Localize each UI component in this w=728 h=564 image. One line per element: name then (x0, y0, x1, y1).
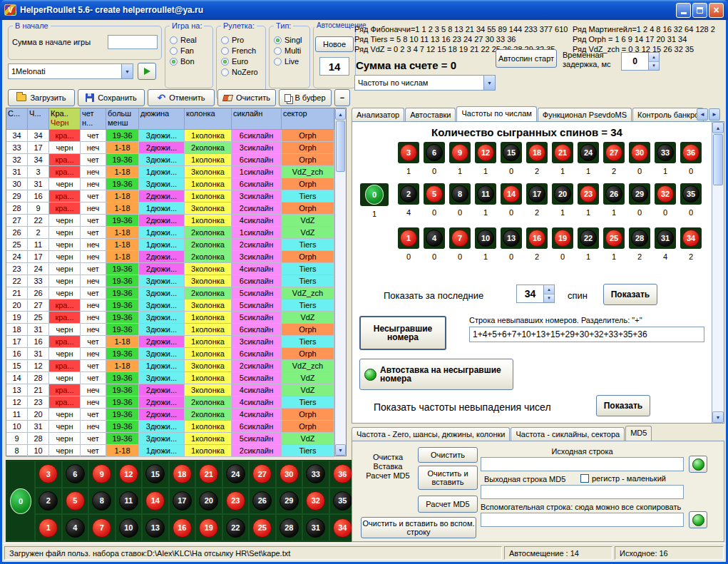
history-row[interactable]: 1223кра...неч19-362дюжи...2колонка4сикла… (6, 396, 334, 409)
freq-number-cell-23[interactable]: 23 (578, 183, 599, 205)
titlebar[interactable]: V HelperRoullet 5.6- create helperroulle… (0, 0, 728, 20)
history-row[interactable]: 2722чернчет19-362дюжи...1колонка4сиклайн… (6, 215, 334, 227)
board-cell-24[interactable]: 24 (222, 461, 250, 488)
tab-Анализатор[interactable]: Анализатор (352, 108, 404, 121)
freq-number-cell-36[interactable]: 36 (680, 142, 702, 163)
history-row[interactable]: 3234кра...чет19-363дюжи...1колонка6сикла… (6, 154, 334, 166)
board-cell-30[interactable]: 30 (276, 461, 303, 488)
freq-number-cell-28[interactable]: 28 (629, 227, 650, 249)
radio-option-NoZero[interactable]: NoZero (221, 68, 262, 76)
history-row[interactable]: 2511черннеч1-181дюжи...2колонка2сиклайнT… (6, 239, 334, 251)
board-cell-4[interactable]: 4 (62, 514, 89, 541)
freq-panel-scrollbar[interactable]: ▲ ▼ (712, 122, 724, 423)
history-row[interactable]: 313кра...неч1-181дюжи...3колонка1сиклайн… (6, 166, 334, 178)
board-cell-21[interactable]: 21 (195, 461, 222, 488)
miss-freq-show-button[interactable]: Показать (596, 395, 650, 416)
board-cell-14[interactable]: 14 (142, 488, 169, 515)
board-cell-27[interactable]: 27 (249, 461, 276, 488)
scroll-down-icon[interactable]: ▼ (712, 411, 724, 423)
save-button[interactable]: Сохранить (78, 89, 145, 106)
freq-number-cell-21[interactable]: 21 (552, 142, 573, 163)
history-row[interactable]: 1321кра...неч19-362дюжи...3колонка4сикла… (6, 384, 334, 396)
history-row[interactable]: 3434кра...чет19-363дюжи...1колонка6сикла… (6, 130, 334, 142)
freq-number-cell-20[interactable]: 20 (552, 183, 573, 205)
board-cell-5[interactable]: 5 (62, 488, 89, 515)
show-last-spinner[interactable]: 34 ▲▼ (516, 284, 555, 303)
history-row[interactable]: 2417черннеч1-182дюжи...2колонка3сиклайнO… (6, 251, 334, 263)
mode-combo[interactable]: Частоты по числам ▼ (354, 75, 496, 91)
radio-option-Real[interactable]: Real (170, 36, 210, 44)
radio-option-Live[interactable]: Live (274, 57, 307, 66)
tab-Автоставки[interactable]: Автоставки (405, 108, 456, 121)
maximize-button[interactable] (692, 3, 707, 18)
board-cell-18[interactable]: 18 (169, 461, 196, 488)
board-cell-7[interactable]: 7 (88, 514, 116, 541)
checkbox-icon[interactable] (580, 474, 589, 483)
board-cell-22[interactable]: 22 (222, 514, 250, 541)
history-row[interactable]: 1031черннеч19-363дюжи...1колонка6сиклайн… (6, 421, 334, 433)
freq-number-cell-6[interactable]: 6 (424, 142, 445, 163)
chevron-down-icon[interactable]: ▼ (483, 76, 495, 90)
board-cell-6[interactable]: 6 (62, 461, 89, 488)
freq-number-cell-18[interactable]: 18 (526, 142, 548, 163)
register-checkbox-row[interactable]: регистр - маленький (580, 474, 666, 483)
history-row[interactable]: 2916кра...чет1-182дюжи...1колонка3сиклай… (6, 190, 334, 202)
freq-number-cell-19[interactable]: 19 (552, 227, 573, 249)
freq-number-cell-3[interactable]: 3 (398, 142, 419, 163)
board-cell-28[interactable]: 28 (276, 514, 303, 541)
history-row[interactable]: 3317черннеч1-182дюжи...2колонка3сиклайнO… (6, 142, 334, 154)
freq-number-cell-33[interactable]: 33 (655, 142, 676, 163)
freq-number-cell-14[interactable]: 14 (501, 183, 522, 205)
freq-number-cell-4[interactable]: 4 (424, 227, 445, 249)
freq-number-cell-26[interactable]: 26 (603, 183, 625, 205)
freq-number-cell-7[interactable]: 7 (449, 227, 471, 249)
history-row[interactable]: 1831черннеч19-363дюжи...1колонка6сиклайн… (6, 324, 334, 336)
md5-source-led-button[interactable] (689, 456, 707, 473)
unplayed-string-field[interactable] (469, 327, 704, 342)
md5-clear-paste-aux-button[interactable]: Очистить и вставить во вспом. строку (361, 517, 476, 538)
autobet-unplayed-button[interactable]: Автоставка на несыгравшие номера (359, 359, 513, 390)
md5-output-field[interactable] (481, 485, 684, 499)
md5-source-field[interactable] (481, 457, 684, 471)
minimize-button[interactable] (676, 3, 691, 18)
board-cell-29[interactable]: 29 (276, 488, 303, 515)
board-cell-31[interactable]: 31 (302, 514, 329, 541)
copy-to-buffer-button[interactable]: В буфер (279, 89, 332, 106)
new-button[interactable]: Новое (315, 36, 354, 52)
freq-number-cell-27[interactable]: 27 (603, 142, 625, 163)
freq-number-cell-24[interactable]: 24 (578, 142, 599, 163)
history-row[interactable]: 262чернчет1-181дюжи...2колонка1сиклайнVd… (6, 227, 334, 239)
tabs-scroll-left-icon[interactable]: ◄ (697, 108, 708, 121)
freq-number-cell-34[interactable]: 34 (680, 227, 702, 249)
scrollbar-thumb[interactable] (713, 134, 723, 185)
freq-number-cell-5[interactable]: 5 (424, 183, 445, 205)
board-cell-32[interactable]: 32 (302, 488, 329, 515)
history-row[interactable]: 2324чернчет19-362дюжи...3колонка4сиклайн… (6, 263, 334, 275)
board-cell-0[interactable]: 0 (6, 461, 35, 541)
spin-down-icon[interactable]: ▼ (544, 294, 554, 303)
freq-number-cell-22[interactable]: 22 (578, 227, 599, 249)
freq-number-cell-25[interactable]: 25 (603, 227, 625, 249)
freq-number-cell-29[interactable]: 29 (629, 183, 650, 205)
radio-option-Pro[interactable]: Pro (221, 36, 262, 44)
board-cell-9[interactable]: 9 (88, 461, 116, 488)
scroll-down-icon[interactable]: ▼ (335, 444, 346, 456)
load-button[interactable]: Загрузить (8, 89, 75, 106)
begin-sum-input[interactable] (108, 35, 158, 49)
board-cell-10[interactable]: 10 (116, 514, 143, 541)
md5-aux-field[interactable] (481, 513, 684, 527)
radio-option-Fan[interactable]: Fan (170, 46, 210, 55)
radio-option-French[interactable]: French (221, 46, 262, 55)
history-row[interactable]: 2233черннеч19-363дюжи...3колонка6сиклайн… (6, 275, 334, 287)
table-scrollbar[interactable]: ▲ ▼ (334, 108, 346, 456)
play-button[interactable] (138, 63, 156, 80)
history-row[interactable]: 2126чернчет19-363дюжи...2колонка5сиклайн… (6, 287, 334, 299)
show-last-button[interactable]: Показать (603, 284, 657, 305)
radio-option-Multi[interactable]: Multi (274, 46, 307, 55)
tab-Контроль банкро[interactable]: Контроль банкро (632, 108, 704, 121)
freq-number-cell-10[interactable]: 10 (475, 227, 496, 249)
scroll-up-icon[interactable]: ▲ (335, 108, 346, 120)
board-cell-25[interactable]: 25 (249, 514, 276, 541)
freq-number-cell-15[interactable]: 15 (501, 142, 522, 163)
close-button[interactable]: × (709, 3, 724, 18)
